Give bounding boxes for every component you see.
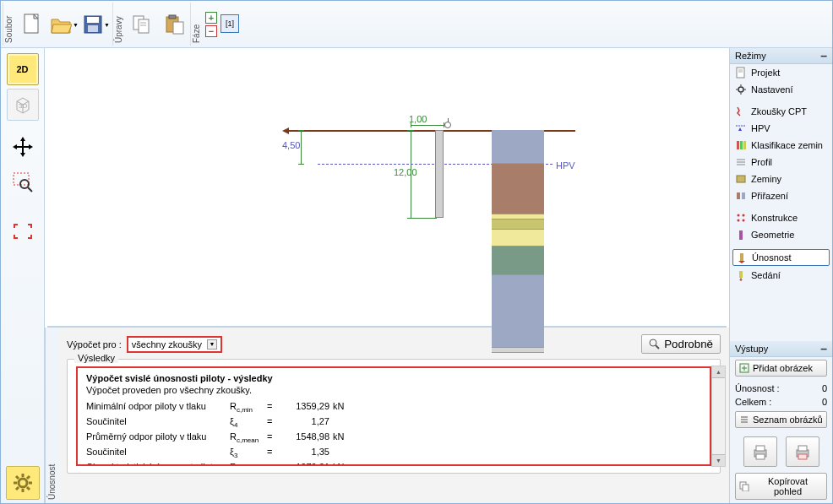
- svg-marker-19: [13, 144, 17, 149]
- pan-button[interactable]: [7, 131, 39, 163]
- sidebar-item-konstrukce[interactable]: Konstrukce: [730, 209, 832, 226]
- remove-phase-button[interactable]: −: [205, 25, 217, 37]
- borehole-marker-icon: [444, 122, 451, 128]
- sidebar-item-klasifikace-zemin[interactable]: Klasifikace zemin: [730, 137, 832, 154]
- pile-shape: [435, 130, 444, 218]
- dropdown-value: všechny zkoušky: [132, 339, 202, 350]
- sidebar-item-label: Zkoušky CPT: [751, 106, 807, 117]
- soil-icon: [735, 173, 747, 185]
- sidebar-item-label: Klasifikace zemin: [751, 140, 823, 150]
- dim-pile-depth-label: 12,00: [394, 167, 417, 177]
- sidebar-item-label: Únosnost: [752, 252, 791, 263]
- svg-line-23: [28, 187, 32, 192]
- detail-button[interactable]: Podrobně: [641, 334, 721, 354]
- sidebar-item-geometrie[interactable]: Geometrie: [730, 226, 832, 243]
- sidebar-item-nastavení[interactable]: Nastavení: [730, 81, 832, 98]
- add-image-button[interactable]: Přidat obrázek: [735, 360, 827, 377]
- sidebar-item-projekt[interactable]: Projekt: [730, 64, 832, 81]
- output-capacity-value: 0: [822, 383, 827, 393]
- add-image-label: Přidat obrázek: [753, 363, 813, 373]
- open-folder-icon: [50, 14, 72, 35]
- collapse-button[interactable]: –: [820, 51, 827, 60]
- modes-header: Režimy –: [730, 48, 832, 64]
- dim-offset-line: [411, 125, 444, 126]
- result-row: Součinitelξ3=1,35: [86, 446, 701, 461]
- print-image-button[interactable]: [786, 436, 819, 467]
- phase-indicator[interactable]: [1]: [220, 14, 239, 33]
- open-file-button[interactable]: ▼: [49, 4, 79, 45]
- output-capacity-label: Únosnost :: [735, 383, 780, 393]
- stratum-layer: [492, 130, 544, 164]
- view-3d-button[interactable]: 3D: [7, 89, 39, 121]
- stratum-layer: [492, 275, 544, 348]
- add-phase-button[interactable]: +: [205, 12, 217, 24]
- svg-rect-45: [737, 141, 739, 149]
- struct-icon: [735, 212, 747, 224]
- doc-icon: [735, 67, 747, 79]
- drawing-canvas[interactable]: 1,00 4,50 12,00 HPV: [47, 51, 727, 328]
- sidebar-item-profil[interactable]: Profil: [730, 154, 832, 171]
- svg-rect-47: [743, 141, 746, 149]
- paste-button[interactable]: [159, 4, 189, 45]
- svg-point-24: [19, 479, 27, 487]
- svg-line-31: [16, 487, 19, 490]
- svg-point-22: [20, 180, 29, 188]
- tests-dropdown[interactable]: všechny zkoušky ▼: [127, 336, 222, 353]
- sidebar-item-únosnost[interactable]: Únosnost: [732, 249, 830, 266]
- svg-rect-35: [737, 68, 744, 78]
- fit-extents-icon: [13, 223, 33, 240]
- right-sidebar: Režimy – ProjektNastaveníZkoušky CPTHPVK…: [729, 48, 832, 504]
- sidebar-item-přiřazení[interactable]: Přiřazení: [730, 187, 832, 204]
- outputs-header-label: Výstupy: [735, 344, 768, 354]
- svg-point-55: [743, 214, 745, 217]
- scroll-down-icon[interactable]: ▼: [712, 454, 725, 466]
- profile-icon: [735, 156, 747, 168]
- bars-icon: [735, 139, 747, 151]
- stratum-layer: [492, 348, 544, 353]
- sidebar-item-sedání[interactable]: Sedání: [730, 267, 832, 284]
- svg-line-34: [656, 345, 659, 349]
- svg-rect-75: [798, 454, 807, 459]
- output-total-row: Celkem : 0: [730, 395, 832, 409]
- chevron-down-icon: ▼: [207, 339, 217, 350]
- new-file-button[interactable]: [17, 4, 47, 45]
- scrollbar[interactable]: ▲ ▼: [711, 366, 726, 467]
- results-panel: Únosnost Výpočet pro : všechny zkoušky ▼…: [45, 328, 729, 504]
- image-list-button[interactable]: Seznam obrázků: [735, 411, 827, 428]
- sidebar-item-label: Přiřazení: [751, 191, 788, 201]
- scroll-up-icon[interactable]: ▲: [712, 366, 725, 378]
- sidebar-item-label: Profil: [751, 157, 772, 167]
- copy-button[interactable]: [127, 4, 157, 45]
- copy-view-button[interactable]: Kopírovat pohled: [735, 473, 827, 500]
- cap-icon: [736, 252, 748, 263]
- view-toolbar: 2D 3D: [1, 48, 45, 504]
- collapse-button[interactable]: –: [820, 344, 827, 353]
- sidebar-item-hpv[interactable]: HPV: [730, 120, 832, 137]
- sidebar-item-zeminy[interactable]: Zeminy: [730, 171, 832, 187]
- dropdown-arrow-icon: ▼: [73, 22, 79, 28]
- save-button[interactable]: ▼: [81, 4, 112, 45]
- svg-rect-6: [139, 19, 149, 33]
- printer-image-icon: [793, 442, 812, 461]
- pan-arrows-icon: [13, 137, 33, 157]
- view-2d-button[interactable]: 2D: [7, 53, 39, 85]
- svg-rect-59: [740, 253, 743, 261]
- fit-view-button[interactable]: [7, 215, 39, 247]
- zoom-region-button[interactable]: [7, 166, 39, 198]
- svg-point-54: [738, 214, 740, 217]
- settings-button[interactable]: [6, 466, 40, 500]
- sidebar-item-label: Geometrie: [751, 230, 794, 240]
- cube-3d-icon: 3D: [12, 94, 34, 116]
- sidebar-item-label: Nastavení: [751, 84, 793, 95]
- svg-marker-60: [738, 261, 745, 263]
- print-button[interactable]: [743, 436, 777, 467]
- image-list-label: Seznam obrázků: [753, 415, 823, 425]
- svg-rect-58: [739, 230, 743, 240]
- sidebar-item-label: HPV: [751, 123, 770, 133]
- sidebar-item-label: Projekt: [751, 68, 780, 78]
- svg-rect-53: [742, 192, 745, 199]
- printer-icon: [751, 442, 770, 461]
- sidebar-item-zkoušky-cpt[interactable]: Zkoušky CPT: [730, 103, 832, 120]
- list-icon: [739, 415, 749, 425]
- svg-point-56: [738, 219, 740, 222]
